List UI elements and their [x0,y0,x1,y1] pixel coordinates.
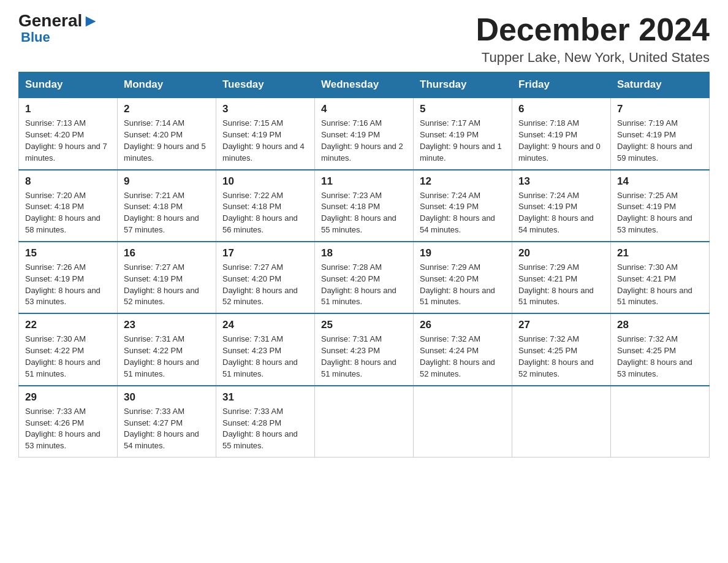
day-info: Sunrise: 7:32 AMSunset: 4:25 PMDaylight:… [518,334,604,380]
day-info: Sunrise: 7:30 AMSunset: 4:21 PMDaylight:… [617,262,703,308]
day-info: Sunrise: 7:24 AMSunset: 4:19 PMDaylight:… [420,190,506,236]
day-number: 17 [222,247,308,259]
day-number: 9 [124,175,210,188]
table-row: 2Sunrise: 7:14 AMSunset: 4:20 PMDaylight… [118,98,216,169]
calendar-header-row: Sunday Monday Tuesday Wednesday Thursday… [19,72,710,98]
day-number: 14 [617,175,703,188]
day-info: Sunrise: 7:18 AMSunset: 4:19 PMDaylight:… [518,118,604,164]
table-row: 4Sunrise: 7:16 AMSunset: 4:19 PMDaylight… [315,98,414,169]
day-number: 28 [617,319,703,331]
day-info: Sunrise: 7:14 AMSunset: 4:20 PMDaylight:… [124,118,210,164]
header-tuesday: Tuesday [216,72,315,98]
day-info: Sunrise: 7:17 AMSunset: 4:19 PMDaylight:… [420,118,506,164]
table-row: 19Sunrise: 7:29 AMSunset: 4:20 PMDayligh… [414,242,512,313]
table-row [611,386,710,458]
day-number: 25 [321,319,407,331]
table-row: 3Sunrise: 7:15 AMSunset: 4:19 PMDaylight… [216,98,315,169]
day-info: Sunrise: 7:24 AMSunset: 4:19 PMDaylight:… [518,190,604,236]
table-row: 10Sunrise: 7:22 AMSunset: 4:18 PMDayligh… [216,170,315,242]
day-info: Sunrise: 7:16 AMSunset: 4:19 PMDaylight:… [321,118,407,164]
table-row: 31Sunrise: 7:33 AMSunset: 4:28 PMDayligh… [216,386,315,458]
day-number: 27 [518,319,604,331]
calendar-week-row: 8Sunrise: 7:20 AMSunset: 4:18 PMDaylight… [19,170,710,242]
header-sunday: Sunday [19,72,118,98]
day-number: 11 [321,175,407,188]
day-info: Sunrise: 7:13 AMSunset: 4:20 PMDaylight:… [25,118,111,164]
table-row: 30Sunrise: 7:33 AMSunset: 4:27 PMDayligh… [118,386,216,458]
table-row: 7Sunrise: 7:19 AMSunset: 4:19 PMDaylight… [611,98,710,169]
header-thursday: Thursday [414,72,512,98]
header-saturday: Saturday [611,72,710,98]
header-wednesday: Wednesday [315,72,414,98]
table-row: 1Sunrise: 7:13 AMSunset: 4:20 PMDaylight… [19,98,118,169]
month-title: December 2024 [476,12,710,47]
calendar-table: Sunday Monday Tuesday Wednesday Thursday… [18,72,710,458]
table-row: 27Sunrise: 7:32 AMSunset: 4:25 PMDayligh… [512,313,611,385]
logo-general-text: General► [18,11,99,30]
page-header: General► Blue December 2024 Tupper Lake,… [18,12,710,66]
day-info: Sunrise: 7:22 AMSunset: 4:18 PMDaylight:… [222,190,308,236]
day-number: 18 [321,247,407,259]
table-row: 9Sunrise: 7:21 AMSunset: 4:18 PMDaylight… [118,170,216,242]
table-row: 17Sunrise: 7:27 AMSunset: 4:20 PMDayligh… [216,242,315,313]
day-number: 7 [617,103,703,115]
day-number: 21 [617,247,703,259]
table-row: 11Sunrise: 7:23 AMSunset: 4:18 PMDayligh… [315,170,414,242]
day-number: 13 [518,175,604,188]
table-row: 22Sunrise: 7:30 AMSunset: 4:22 PMDayligh… [19,313,118,385]
day-number: 2 [124,103,210,115]
day-info: Sunrise: 7:33 AMSunset: 4:28 PMDaylight:… [222,406,308,452]
table-row: 23Sunrise: 7:31 AMSunset: 4:22 PMDayligh… [118,313,216,385]
day-info: Sunrise: 7:23 AMSunset: 4:18 PMDaylight:… [321,190,407,236]
location-title: Tupper Lake, New York, United States [476,50,710,66]
day-number: 23 [124,319,210,331]
table-row: 8Sunrise: 7:20 AMSunset: 4:18 PMDaylight… [19,170,118,242]
header-friday: Friday [512,72,611,98]
table-row: 6Sunrise: 7:18 AMSunset: 4:19 PMDaylight… [512,98,611,169]
day-number: 10 [222,175,308,188]
day-info: Sunrise: 7:27 AMSunset: 4:20 PMDaylight:… [222,262,308,308]
table-row: 13Sunrise: 7:24 AMSunset: 4:19 PMDayligh… [512,170,611,242]
day-number: 6 [518,103,604,115]
day-info: Sunrise: 7:29 AMSunset: 4:21 PMDaylight:… [518,262,604,308]
table-row: 21Sunrise: 7:30 AMSunset: 4:21 PMDayligh… [611,242,710,313]
table-row: 12Sunrise: 7:24 AMSunset: 4:19 PMDayligh… [414,170,512,242]
calendar-week-row: 29Sunrise: 7:33 AMSunset: 4:26 PMDayligh… [19,386,710,458]
day-info: Sunrise: 7:19 AMSunset: 4:19 PMDaylight:… [617,118,703,164]
logo: General► Blue [18,12,99,45]
day-info: Sunrise: 7:31 AMSunset: 4:23 PMDaylight:… [222,334,308,380]
header-monday: Monday [118,72,216,98]
day-info: Sunrise: 7:27 AMSunset: 4:19 PMDaylight:… [124,262,210,308]
table-row [315,386,414,458]
day-number: 20 [518,247,604,259]
day-info: Sunrise: 7:26 AMSunset: 4:19 PMDaylight:… [25,262,111,308]
day-info: Sunrise: 7:32 AMSunset: 4:25 PMDaylight:… [617,334,703,380]
table-row [512,386,611,458]
day-number: 30 [124,391,210,404]
day-number: 3 [222,103,308,115]
day-info: Sunrise: 7:15 AMSunset: 4:19 PMDaylight:… [222,118,308,164]
day-number: 5 [420,103,506,115]
day-number: 22 [25,319,111,331]
title-block: December 2024 Tupper Lake, New York, Uni… [476,12,710,66]
day-info: Sunrise: 7:33 AMSunset: 4:26 PMDaylight:… [25,406,111,452]
day-info: Sunrise: 7:29 AMSunset: 4:20 PMDaylight:… [420,262,506,308]
table-row: 26Sunrise: 7:32 AMSunset: 4:24 PMDayligh… [414,313,512,385]
day-number: 29 [25,391,111,404]
table-row: 20Sunrise: 7:29 AMSunset: 4:21 PMDayligh… [512,242,611,313]
day-info: Sunrise: 7:21 AMSunset: 4:18 PMDaylight:… [124,190,210,236]
day-info: Sunrise: 7:20 AMSunset: 4:18 PMDaylight:… [25,190,111,236]
day-number: 1 [25,103,111,115]
logo-blue-text: Blue [21,29,50,45]
table-row: 24Sunrise: 7:31 AMSunset: 4:23 PMDayligh… [216,313,315,385]
day-number: 31 [222,391,308,404]
day-info: Sunrise: 7:30 AMSunset: 4:22 PMDaylight:… [25,334,111,380]
logo-wordmark: General► [18,12,99,29]
day-info: Sunrise: 7:25 AMSunset: 4:19 PMDaylight:… [617,190,703,236]
day-number: 26 [420,319,506,331]
calendar-week-row: 22Sunrise: 7:30 AMSunset: 4:22 PMDayligh… [19,313,710,385]
day-number: 4 [321,103,407,115]
table-row [414,386,512,458]
day-number: 19 [420,247,506,259]
calendar-week-row: 15Sunrise: 7:26 AMSunset: 4:19 PMDayligh… [19,242,710,313]
